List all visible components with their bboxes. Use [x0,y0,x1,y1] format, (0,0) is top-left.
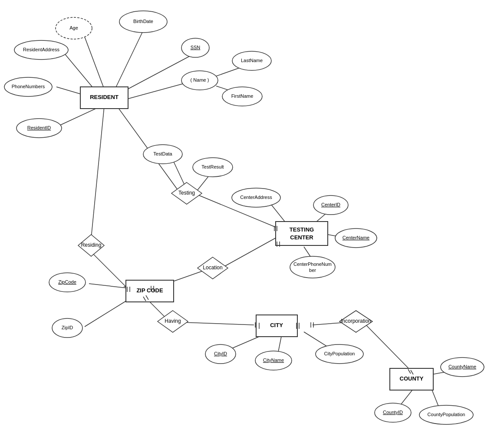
attr-countyid-label: CountyID [383,410,403,415]
entity-city-label: CITY [270,322,283,328]
line-testdata-testing [173,160,186,188]
attr-age-label: Age [69,25,78,30]
attr-citypop-label: CityPopulation [324,351,355,356]
entity-tc-label2: CENTER [290,234,313,241]
line-location-tc [221,237,278,268]
line-zipid-zip [85,300,128,327]
attr-name-label: ( Name ) [191,77,209,83]
attr-lastname-label: LastName [241,58,263,63]
attr-resaddr-label: ResidentAddress [23,47,59,52]
line-having-city [182,322,254,325]
line-residing-zip [91,252,128,289]
er-diagram: Age BirthDate SSN ( Name ) LastName Firs… [0,0,504,437]
line-resident-residing [91,106,104,238]
attr-countyname-label: CountyName [448,364,476,369]
attr-birthdate-label: BirthDate [133,19,153,24]
entity-zip-label: ZIP CODE [136,287,163,294]
rel-location-label: Location [203,265,222,271]
attr-phone-label: PhoneNumbers [12,84,45,89]
attr-testdata-label: TestData [153,151,172,156]
attr-testresult-label: TestResult [201,164,224,169]
line-resid-resident [56,108,98,127]
line-ssn-resident [124,54,193,91]
rel-having-label: Having [165,318,181,324]
entity-tc-label1: TESTING [290,226,314,233]
attr-ssn-label: SSN [191,45,201,50]
line-incorp-county [366,325,412,372]
attr-centerphone-label2: ber [309,268,316,273]
attr-zipcode-label: ZipCode [58,279,76,285]
line-birthdate-resident [115,30,143,89]
entity-county-label: COUNTY [400,375,424,382]
rel-incorp-label: Incorporation [341,318,371,324]
attr-cityid-label: CityID [214,351,227,356]
attr-zipid-label: ZipID [62,325,73,330]
attr-centerphone-label1: CenterPhoneNum [293,262,332,267]
attr-centeraddr-label: CenterAddress [240,195,272,200]
attr-countypop-label: CountyPopulation [428,412,465,417]
rel-testing-label: Testing [178,190,195,196]
attr-resid-label: ResidentID [27,125,51,130]
entity-tc-rect [276,222,328,245]
attr-centerid-label: CenterID [321,202,340,207]
line-zipcode-zip [89,284,127,288]
attr-cityname-label: CityName [263,358,284,363]
entity-resident-label: RESIDENT [90,94,119,100]
rel-residing-label: Residing [81,242,102,248]
attr-firstname-label: FirstName [231,93,254,99]
attr-centername-label: CenterName [343,235,369,240]
